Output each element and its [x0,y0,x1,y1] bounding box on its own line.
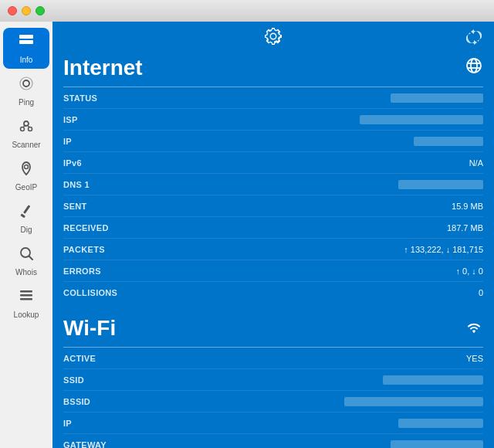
row-key: GATEWAY [63,440,107,449]
sidebar-item-info[interactable]: Info [3,28,49,69]
sidebar-item-scanner-label: Scanner [12,141,40,149]
svg-rect-14 [20,290,32,293]
wifi-icon [465,317,483,340]
table-row: SSID [63,369,483,391]
svg-rect-15 [20,294,32,297]
lookup-icon [18,287,35,308]
table-row: GATEWAY [63,434,483,448]
sidebar-item-ping-label: Ping [19,98,34,107]
row-key: ISP [63,115,78,124]
svg-point-6 [29,127,32,131]
globe-icon [465,56,483,80]
sidebar-item-whois[interactable]: Whois [3,240,49,281]
row-value-ip [414,137,483,146]
table-row: IPv6 N/A [63,152,483,174]
table-row: SENT 15.9 MB [63,195,483,217]
sidebar-item-dig-label: Dig [20,226,32,234]
sidebar-item-ping[interactable]: Ping [3,70,49,111]
row-value-ipv6: N/A [469,158,483,168]
whois-icon [18,245,35,266]
sidebar-item-whois-label: Whois [15,268,37,277]
table-row: ERRORS ↑ 0, ↓ 0 [63,260,483,282]
table-row: DNS 1 [63,174,483,195]
row-key: IP [63,137,72,146]
table-row: IP [63,131,483,152]
wifi-title: Wi-Fi [63,316,116,341]
titlebar [0,0,494,22]
minimize-button[interactable] [22,6,31,15]
sidebar-item-scanner[interactable]: Scanner [3,113,49,154]
gear-icon [263,26,283,51]
row-key: BSSID [63,397,90,406]
row-key: DNS 1 [63,180,90,189]
sidebar-item-geoip[interactable]: GeoIP [3,155,49,196]
svg-point-2 [23,80,29,87]
svg-rect-11 [20,213,25,218]
internet-title: Internet [63,56,143,80]
row-value-wifi-ip [398,419,483,428]
svg-point-4 [24,121,29,126]
zoom-button[interactable] [36,6,45,15]
scanner-icon [18,117,35,138]
sidebar-item-geoip-label: GeoIP [15,183,37,192]
row-key: SENT [63,202,87,211]
sidebar-item-dig[interactable]: Dig [3,198,49,239]
table-row: RECEIVED 187.7 MB [63,217,483,239]
row-key: SSID [63,375,84,385]
wifi-header: Wi-Fi [63,316,483,344]
row-value-errors: ↑ 0, ↓ 0 [456,266,483,276]
table-row: ACTIVE YES [63,348,483,369]
table-row: IP [63,412,483,434]
row-key: IPv6 [63,158,82,168]
ping-icon [18,75,35,96]
row-value-received: 187.7 MB [447,223,483,232]
close-button[interactable] [8,6,17,15]
svg-line-8 [28,126,29,128]
row-value-isp [360,115,483,124]
internet-header: Internet [63,56,483,83]
table-row: BSSID [63,391,483,412]
row-key: RECEIVED [63,223,109,232]
info-icon [18,32,35,53]
row-value-status [391,93,483,103]
row-value-bssid [344,397,483,406]
table-row: PACKETS ↑ 133,222, ↓ 181,715 [63,239,483,260]
refresh-button[interactable] [466,29,482,49]
row-key: PACKETS [63,245,105,254]
svg-point-21 [473,331,475,333]
svg-line-13 [29,256,33,260]
wifi-section: Wi-Fi ACTIVE YES [63,316,483,448]
svg-point-17 [467,59,481,73]
row-value-sent: 15.9 MB [452,202,483,211]
sidebar: Info Ping Scanner [0,22,52,448]
row-value-ssid [383,375,483,385]
row-key: ERRORS [63,266,101,276]
table-row: STATUS [63,87,483,109]
row-value-gateway [391,440,483,449]
svg-rect-10 [23,205,30,214]
row-value-packets: ↑ 133,222, ↓ 181,715 [404,245,483,254]
table-row: COLLISIONS 0 [63,282,483,304]
scroll-area[interactable]: Internet STATUS [52,56,494,448]
table-row: ISP [63,109,483,131]
svg-point-5 [21,127,25,131]
row-value-active: YES [466,354,483,363]
row-key: ACTIVE [63,354,96,363]
sidebar-item-lookup[interactable]: Lookup [3,283,49,324]
sidebar-item-info-label: Info [20,56,33,64]
row-key: STATUS [63,93,97,103]
dig-icon [18,202,35,223]
internet-section: Internet STATUS [63,56,483,304]
svg-point-18 [471,59,477,73]
row-value-dns1 [398,180,483,189]
sidebar-item-lookup-label: Lookup [14,311,39,319]
svg-rect-1 [19,40,33,44]
row-value-collisions: 0 [479,288,483,297]
topbar [52,22,494,56]
svg-rect-16 [20,298,32,300]
svg-point-3 [20,77,32,90]
svg-point-9 [25,165,29,169]
app-window: Info Ping Scanner [0,22,494,448]
main-content: Internet STATUS [52,22,494,448]
geoip-icon [18,160,35,181]
